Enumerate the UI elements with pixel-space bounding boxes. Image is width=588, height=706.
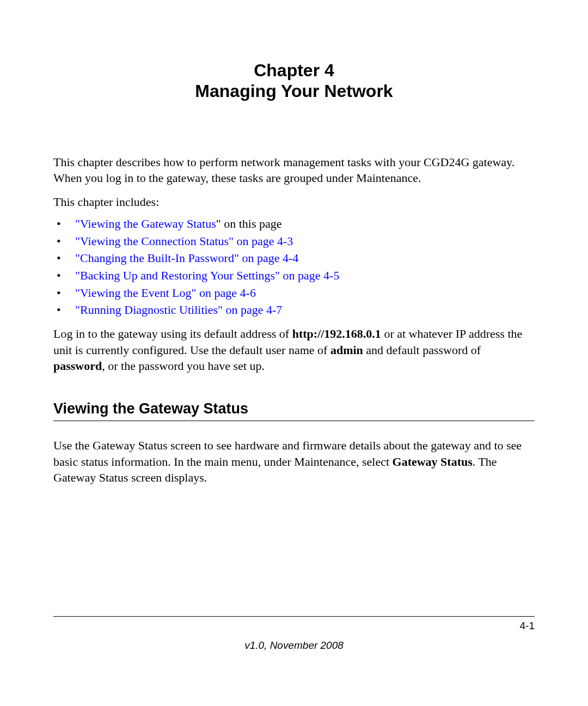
text-run: Log in to the gateway using its default … bbox=[53, 327, 292, 340]
menu-item-name: Gateway Status bbox=[393, 455, 473, 468]
text-run: , or the password you have set up. bbox=[102, 359, 265, 373]
default-username: admin bbox=[330, 343, 363, 357]
toc-link[interactable]: "Viewing the Event Log" on page 4-6 bbox=[75, 286, 256, 300]
toc-link[interactable]: "Running Diagnostic Utilities" on page 4… bbox=[75, 303, 282, 317]
toc-link[interactable]: "Viewing the Connection Status" on page … bbox=[75, 234, 293, 248]
page-number: 4-1 bbox=[53, 620, 535, 632]
chapter-number: Chapter 4 bbox=[53, 60, 535, 81]
footer-rule bbox=[53, 616, 535, 617]
login-paragraph: Log in to the gateway using its default … bbox=[53, 326, 535, 374]
toc-item: "Running Diagnostic Utilities" on page 4… bbox=[53, 302, 535, 318]
intro-paragraph: This chapter describes how to perform ne… bbox=[53, 154, 535, 186]
document-page: Chapter 4 Managing Your Network This cha… bbox=[0, 0, 588, 486]
default-password: password bbox=[53, 359, 102, 373]
toc-link[interactable]: "Backing Up and Restoring Your Settings"… bbox=[75, 269, 339, 282]
page-footer: 4-1 v1.0, November 2008 bbox=[53, 616, 535, 652]
chapter-title: Managing Your Network bbox=[53, 81, 535, 101]
text-run: and default password of bbox=[363, 343, 481, 357]
toc-item: "Viewing the Gateway Status" on this pag… bbox=[53, 216, 535, 232]
toc-suffix: " on this page bbox=[216, 217, 282, 230]
toc-list: "Viewing the Gateway Status" on this pag… bbox=[53, 216, 535, 318]
toc-item: "Viewing the Event Log" on page 4-6 bbox=[53, 285, 535, 301]
section-heading: Viewing the Gateway Status bbox=[53, 400, 535, 421]
default-url: http://192.168.0.1 bbox=[292, 327, 381, 340]
version-line: v1.0, November 2008 bbox=[53, 640, 535, 652]
toc-item: "Changing the Built-In Password" on page… bbox=[53, 250, 535, 266]
toc-item: "Backing Up and Restoring Your Settings"… bbox=[53, 267, 535, 284]
includes-label: This chapter includes: bbox=[53, 194, 535, 210]
chapter-header: Chapter 4 Managing Your Network bbox=[53, 60, 535, 102]
toc-item: "Viewing the Connection Status" on page … bbox=[53, 233, 535, 249]
toc-link[interactable]: "Viewing the Gateway Status bbox=[75, 217, 216, 230]
section-paragraph: Use the Gateway Status screen to see har… bbox=[53, 437, 535, 486]
toc-link[interactable]: "Changing the Built-In Password" on page… bbox=[75, 251, 298, 265]
